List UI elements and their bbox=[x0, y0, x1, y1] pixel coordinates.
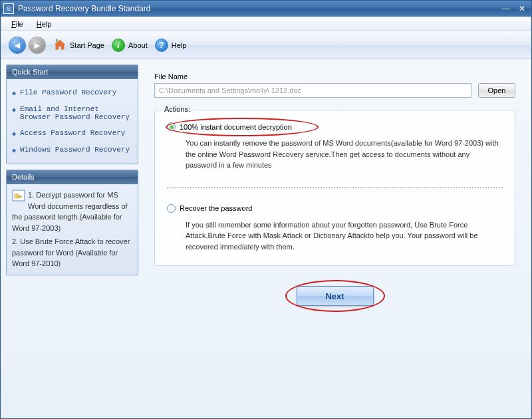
info-icon: i bbox=[111, 38, 126, 53]
instant-description: You can instantly remove the password of… bbox=[186, 138, 503, 171]
help-label: Help bbox=[172, 41, 187, 49]
close-button[interactable]: ✕ bbox=[515, 3, 529, 14]
start-page-label: Start Page bbox=[70, 41, 104, 49]
radio-instant-decryption[interactable] bbox=[167, 122, 176, 131]
window-title: Password Recovery Bundle Standard bbox=[18, 4, 499, 13]
main-panel: File Name Open Actions: 100% instant doc… bbox=[144, 59, 531, 418]
actions-fieldset: Actions: 100% instant document decryptio… bbox=[154, 110, 515, 266]
key-icon bbox=[12, 190, 25, 205]
details-panel: Details 1. Decrypt password for MS Word … bbox=[6, 170, 138, 275]
toolbar: ◄ ► Start Page i About ? Help bbox=[1, 31, 531, 59]
sidebar-item-label: Windows Password Recovery bbox=[20, 146, 130, 154]
app-icon: S bbox=[3, 3, 14, 14]
menu-help[interactable]: Help bbox=[31, 19, 57, 29]
bullet-icon: ◆ bbox=[12, 146, 16, 154]
help-button[interactable]: ? Help bbox=[154, 38, 187, 53]
app-window: S Password Recovery Bundle Standard — ✕ … bbox=[0, 0, 532, 419]
sidebar: Quick Start ◆ File Password Recovery ◆ E… bbox=[1, 59, 144, 418]
menu-file[interactable]: File bbox=[6, 19, 29, 29]
arrow-left-icon: ◄ bbox=[13, 40, 22, 51]
help-icon: ? bbox=[154, 38, 169, 53]
actions-legend: Actions: bbox=[162, 105, 193, 113]
menubar: File Help bbox=[1, 17, 531, 31]
bullet-icon: ◆ bbox=[12, 89, 16, 97]
radio-instant-label[interactable]: 100% instant document decryption bbox=[180, 123, 292, 131]
sidebar-item-email-browser[interactable]: ◆ Email and Internet Browser Password Re… bbox=[11, 101, 134, 125]
quick-start-panel: Quick Start ◆ File Password Recovery ◆ E… bbox=[6, 65, 138, 164]
about-label: About bbox=[128, 41, 148, 49]
radio-recover-label[interactable]: Recover the password bbox=[180, 204, 252, 212]
details-text-1: 1. Decrypt password for MS Word document… bbox=[12, 191, 128, 232]
sidebar-item-label: File Password Recovery bbox=[20, 88, 116, 96]
bullet-icon: ◆ bbox=[12, 106, 16, 114]
next-button[interactable]: Next bbox=[297, 286, 374, 306]
radio-recover-password[interactable] bbox=[167, 204, 176, 213]
divider bbox=[167, 187, 503, 188]
sidebar-item-label: Email and Internet Browser Password Reco… bbox=[20, 105, 132, 121]
open-button[interactable]: Open bbox=[478, 83, 515, 98]
minimize-button[interactable]: — bbox=[499, 3, 513, 14]
recover-description: If you still remember some information a… bbox=[186, 219, 503, 253]
about-button[interactable]: i About bbox=[111, 38, 148, 53]
sidebar-item-windows-password[interactable]: ◆ Windows Password Recovery bbox=[11, 142, 134, 158]
file-name-label: File Name bbox=[154, 72, 515, 80]
details-text-2: 2. Use Brute Force Attack to recover pas… bbox=[12, 237, 130, 267]
forward-button[interactable]: ► bbox=[29, 37, 46, 54]
quick-start-header: Quick Start bbox=[7, 65, 138, 79]
sidebar-item-file-password[interactable]: ◆ File Password Recovery bbox=[11, 84, 134, 101]
home-icon bbox=[53, 38, 67, 53]
sidebar-item-access-password[interactable]: ◆ Access Password Recovery bbox=[11, 125, 134, 142]
bullet-icon: ◆ bbox=[12, 130, 16, 138]
start-page-button[interactable]: Start Page bbox=[53, 38, 104, 53]
file-path-input[interactable] bbox=[154, 83, 471, 98]
details-header: Details bbox=[7, 170, 138, 184]
arrow-right-icon: ► bbox=[33, 40, 42, 51]
content-area: Quick Start ◆ File Password Recovery ◆ E… bbox=[1, 59, 531, 418]
sidebar-item-label: Access Password Recovery bbox=[20, 129, 125, 137]
titlebar[interactable]: S Password Recovery Bundle Standard — ✕ bbox=[1, 1, 531, 17]
back-button[interactable]: ◄ bbox=[9, 37, 26, 54]
